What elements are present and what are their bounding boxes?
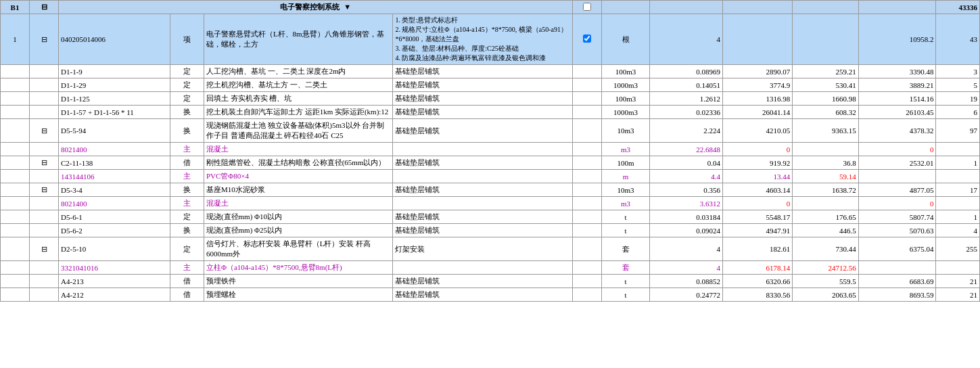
col-header-b1: B1 bbox=[1, 1, 30, 14]
row-total bbox=[858, 170, 936, 183]
row-price: 0 bbox=[722, 143, 792, 156]
row-num bbox=[1, 210, 30, 224]
row-qty: 4 bbox=[650, 237, 723, 261]
row-name: 电子警察悬臂式杆（L杆、8m悬臂）八角锥形钢管，基础，螺栓，土方 bbox=[204, 14, 393, 65]
row-unit: t bbox=[601, 275, 650, 288]
row-type: 主 bbox=[170, 170, 204, 183]
row-last: 21 bbox=[936, 275, 980, 288]
row-labor: 446.5 bbox=[793, 224, 859, 237]
row-qty: 0.24772 bbox=[650, 288, 723, 302]
row-num bbox=[1, 78, 30, 92]
row-expand[interactable]: ⊟ bbox=[30, 14, 59, 65]
row-last: 4 bbox=[936, 224, 980, 237]
row-expand[interactable]: ⊟ bbox=[30, 156, 59, 170]
row-name: PVC管Φ80×4 bbox=[204, 170, 393, 183]
row-expand-empty bbox=[30, 92, 59, 106]
row-name: 现浇钢筋混凝土池 独立设备基础(体积)5m3以外 台并制作子目 普通商品混凝土 … bbox=[204, 119, 393, 143]
row-expand-empty bbox=[30, 106, 59, 119]
row-code: D1-1-9 bbox=[59, 65, 170, 78]
col-header-amount: 43336 bbox=[936, 1, 980, 14]
row-code: D1-1-29 bbox=[59, 78, 170, 92]
row-qty: 3.6312 bbox=[650, 197, 723, 210]
row-labor: 176.65 bbox=[793, 210, 859, 224]
row-expand-empty bbox=[30, 78, 59, 92]
table-row: 1 ⊟ 040205014006 项 电子警察悬臂式杆（L杆、8m悬臂）八角锥形… bbox=[1, 14, 980, 65]
row-spec: 基础垫层铺筑 bbox=[393, 224, 572, 237]
row-expand[interactable]: ⊟ bbox=[30, 237, 59, 261]
row-spec: 基础垫层铺筑 bbox=[393, 92, 572, 106]
row-code: D1-1-125 bbox=[59, 92, 170, 106]
row-unit: 1000m3 bbox=[601, 78, 650, 92]
row-spec: 基础垫层铺筑 bbox=[393, 275, 572, 288]
table-row: A4-213 借 预埋铁件 基础垫层铺筑 t 0.08852 6320.66 5… bbox=[1, 275, 980, 288]
row-unit: 100m3 bbox=[601, 65, 650, 78]
row-code: D2-5-10 bbox=[59, 237, 170, 261]
col-header-labor bbox=[793, 1, 859, 14]
table-row: D1-1-9 定 人工挖沟槽、基坑 一、二类土 深度在2m内 基础垫层铺筑 10… bbox=[1, 65, 980, 78]
dropdown-icon[interactable]: ▼ bbox=[344, 3, 351, 11]
row-num bbox=[1, 65, 30, 78]
row-qty: 4 bbox=[650, 261, 723, 275]
row-check bbox=[572, 183, 601, 197]
row-spec: 1. 类型:悬臂式标志杆2. 规格尺寸:立柱Φ（a104-a145）*8*750… bbox=[393, 14, 572, 65]
row-spec: 基础垫层铺筑 bbox=[393, 156, 572, 170]
row-spec: 基础垫层铺筑 bbox=[393, 210, 572, 224]
table-row: 8021400 主 混凝土 m3 22.6848 0 0 bbox=[1, 143, 980, 156]
row-labor: 59.14 bbox=[793, 170, 859, 183]
row-type: 项 bbox=[170, 14, 204, 65]
row-expand-empty bbox=[30, 143, 59, 156]
header-row: B1 ⊟ 电子警察控制系统 ▼ 43336 bbox=[1, 1, 980, 14]
row-check bbox=[572, 237, 601, 261]
row-num bbox=[1, 119, 30, 143]
row-unit: 10m3 bbox=[601, 183, 650, 197]
row-checkbox[interactable] bbox=[583, 34, 591, 43]
row-num bbox=[1, 156, 30, 170]
row-check bbox=[572, 156, 601, 170]
row-name: 立柱Φ（a104-a145）*8*7500,悬臂8m(L杆) bbox=[204, 261, 393, 275]
row-price: 1316.98 bbox=[722, 92, 792, 106]
col-header-price bbox=[722, 1, 792, 14]
row-labor: 559.5 bbox=[793, 275, 859, 288]
row-code: D5-5-94 bbox=[59, 119, 170, 143]
row-last bbox=[936, 143, 980, 156]
row-name: 刚性阻燃管砼、混凝土结构暗敷 公称直径(65mm以内） bbox=[204, 156, 393, 170]
col-header-minus: ⊟ bbox=[30, 1, 59, 14]
row-price: 13.44 bbox=[722, 170, 792, 183]
row-type: 主 bbox=[170, 261, 204, 275]
table-row: ⊟ D2-5-10 定 信号灯片、标志杆安装 单悬臂杆（L杆）安装 杆高6000… bbox=[1, 237, 980, 261]
row-labor: 1638.72 bbox=[793, 183, 859, 197]
row-code: 8021400 bbox=[59, 197, 170, 210]
header-checkbox[interactable] bbox=[583, 3, 591, 11]
row-total bbox=[858, 261, 936, 275]
row-check[interactable] bbox=[572, 14, 601, 65]
row-expand-empty bbox=[30, 261, 59, 275]
row-last: 21 bbox=[936, 288, 980, 302]
row-price: 5548.17 bbox=[722, 210, 792, 224]
row-code: D5-3-4 bbox=[59, 183, 170, 197]
row-expand[interactable]: ⊟ bbox=[30, 183, 59, 197]
row-labor: 530.41 bbox=[793, 78, 859, 92]
row-qty: 4.4 bbox=[650, 170, 723, 183]
row-num bbox=[1, 261, 30, 275]
row-last: 6 bbox=[936, 106, 980, 119]
row-check bbox=[572, 210, 601, 224]
row-expand[interactable]: ⊟ bbox=[30, 119, 59, 143]
row-code: 8021400 bbox=[59, 143, 170, 156]
row-qty: 0.08852 bbox=[650, 275, 723, 288]
row-total: 8693.59 bbox=[858, 288, 936, 302]
row-code: D1-1-57 + D1-1-56 * 11 bbox=[59, 106, 170, 119]
row-num bbox=[1, 92, 30, 106]
row-type: 借 bbox=[170, 275, 204, 288]
row-num bbox=[1, 288, 30, 302]
row-type: 定 bbox=[170, 237, 204, 261]
table-row: 143144106 主 PVC管Φ80×4 m 4.4 13.44 59.14 bbox=[1, 170, 980, 183]
row-labor bbox=[793, 143, 859, 156]
row-name: 基座M10水泥砂浆 bbox=[204, 183, 393, 197]
row-code: D5-6-2 bbox=[59, 224, 170, 237]
row-type: 定 bbox=[170, 92, 204, 106]
row-num bbox=[1, 237, 30, 261]
row-last: 3 bbox=[936, 65, 980, 78]
row-num bbox=[1, 197, 30, 210]
row-expand-empty bbox=[30, 288, 59, 302]
row-code: C2-11-138 bbox=[59, 156, 170, 170]
